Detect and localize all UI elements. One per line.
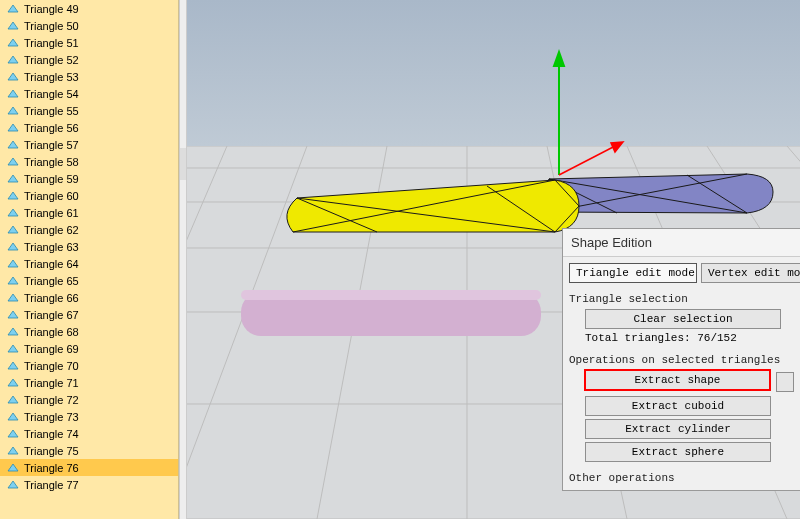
vertex-edit-mode-button[interactable]: Vertex edit mod bbox=[701, 263, 800, 283]
svg-marker-9 bbox=[8, 158, 18, 165]
tree-item-label: Triangle 67 bbox=[24, 309, 79, 321]
svg-marker-16 bbox=[8, 277, 18, 284]
svg-marker-8 bbox=[8, 141, 18, 148]
tree-item-label: Triangle 77 bbox=[24, 479, 79, 491]
splitter[interactable] bbox=[179, 0, 187, 519]
tree-item-triangle[interactable]: Triangle 49 bbox=[0, 0, 178, 17]
svg-marker-15 bbox=[8, 260, 18, 267]
triangle-icon bbox=[6, 36, 20, 50]
tree-item-triangle[interactable]: Triangle 67 bbox=[0, 306, 178, 323]
shape-edition-panel: Shape Edition Triangle edit mode Vertex … bbox=[562, 228, 800, 491]
tree-item-triangle[interactable]: Triangle 55 bbox=[0, 102, 178, 119]
triangle-icon bbox=[6, 461, 20, 475]
triangle-icon bbox=[6, 359, 20, 373]
tree-item-triangle[interactable]: Triangle 72 bbox=[0, 391, 178, 408]
svg-marker-1 bbox=[8, 22, 18, 29]
panel-title: Shape Edition bbox=[563, 229, 800, 257]
tree-item-triangle[interactable]: Triangle 62 bbox=[0, 221, 178, 238]
section-triangle-selection: Triangle selection bbox=[569, 293, 794, 305]
tree-item-triangle[interactable]: Triangle 63 bbox=[0, 238, 178, 255]
tree-item-triangle[interactable]: Triangle 65 bbox=[0, 272, 178, 289]
triangle-icon bbox=[6, 410, 20, 424]
tree-item-label: Triangle 56 bbox=[24, 122, 79, 134]
tree-item-triangle[interactable]: Triangle 60 bbox=[0, 187, 178, 204]
triangle-icon bbox=[6, 325, 20, 339]
tree-item-triangle[interactable]: Triangle 76 bbox=[0, 459, 178, 476]
splitter-grip[interactable] bbox=[180, 148, 186, 180]
svg-marker-18 bbox=[8, 311, 18, 318]
tree-item-triangle[interactable]: Triangle 52 bbox=[0, 51, 178, 68]
tree-item-triangle[interactable]: Triangle 59 bbox=[0, 170, 178, 187]
triangle-icon bbox=[6, 138, 20, 152]
tree-item-label: Triangle 68 bbox=[24, 326, 79, 338]
tree-item-label: Triangle 52 bbox=[24, 54, 79, 66]
tree-item-label: Triangle 55 bbox=[24, 105, 79, 117]
tree-item-label: Triangle 51 bbox=[24, 37, 79, 49]
tree-item-triangle[interactable]: Triangle 75 bbox=[0, 442, 178, 459]
triangle-icon bbox=[6, 19, 20, 33]
triangle-icon bbox=[6, 478, 20, 492]
clear-selection-button[interactable]: Clear selection bbox=[585, 309, 781, 329]
tree-item-triangle[interactable]: Triangle 71 bbox=[0, 374, 178, 391]
triangle-icon bbox=[6, 172, 20, 186]
tree-item-label: Triangle 71 bbox=[24, 377, 79, 389]
tree-item-label: Triangle 74 bbox=[24, 428, 79, 440]
tree-item-triangle[interactable]: Triangle 66 bbox=[0, 289, 178, 306]
tree-item-triangle[interactable]: Triangle 73 bbox=[0, 408, 178, 425]
tree-item-triangle[interactable]: Triangle 57 bbox=[0, 136, 178, 153]
svg-marker-17 bbox=[8, 294, 18, 301]
tree-item-triangle[interactable]: Triangle 61 bbox=[0, 204, 178, 221]
tree-item-label: Triangle 75 bbox=[24, 445, 79, 457]
svg-marker-19 bbox=[8, 328, 18, 335]
svg-marker-24 bbox=[8, 413, 18, 420]
extract-shape-aux-button[interactable] bbox=[776, 372, 794, 392]
tree-item-triangle[interactable]: Triangle 54 bbox=[0, 85, 178, 102]
tree-item-triangle[interactable]: Triangle 69 bbox=[0, 340, 178, 357]
tree-item-triangle[interactable]: Triangle 77 bbox=[0, 476, 178, 493]
tree-item-triangle[interactable]: Triangle 58 bbox=[0, 153, 178, 170]
triangle-icon bbox=[6, 376, 20, 390]
tree-item-triangle[interactable]: Triangle 51 bbox=[0, 34, 178, 51]
total-triangles-text: Total triangles: 76/152 bbox=[585, 332, 794, 344]
tree-item-label: Triangle 61 bbox=[24, 207, 79, 219]
triangle-icon bbox=[6, 444, 20, 458]
triangle-icon bbox=[6, 155, 20, 169]
svg-marker-11 bbox=[8, 192, 18, 199]
extract-sphere-button[interactable]: Extract sphere bbox=[585, 442, 771, 462]
tree-item-label: Triangle 59 bbox=[24, 173, 79, 185]
extract-cuboid-button[interactable]: Extract cuboid bbox=[585, 396, 771, 416]
triangle-icon bbox=[6, 121, 20, 135]
svg-marker-7 bbox=[8, 124, 18, 131]
triangle-icon bbox=[6, 87, 20, 101]
extract-shape-button[interactable]: Extract shape bbox=[585, 370, 770, 390]
tree-item-triangle[interactable]: Triangle 64 bbox=[0, 255, 178, 272]
triangle-icon bbox=[6, 257, 20, 271]
tree-item-triangle[interactable]: Triangle 50 bbox=[0, 17, 178, 34]
svg-marker-28 bbox=[8, 481, 18, 488]
tree-item-triangle[interactable]: Triangle 74 bbox=[0, 425, 178, 442]
tree-item-label: Triangle 50 bbox=[24, 20, 79, 32]
triangle-icon bbox=[6, 2, 20, 16]
svg-marker-21 bbox=[8, 362, 18, 369]
tree-item-triangle[interactable]: Triangle 68 bbox=[0, 323, 178, 340]
viewport-3d[interactable]: Shape Edition Triangle edit mode Vertex … bbox=[187, 0, 800, 519]
tree-item-triangle[interactable]: Triangle 56 bbox=[0, 119, 178, 136]
tree-item-triangle[interactable]: Triangle 53 bbox=[0, 68, 178, 85]
triangle-edit-mode-button[interactable]: Triangle edit mode bbox=[569, 263, 697, 283]
tree-item-label: Triangle 70 bbox=[24, 360, 79, 372]
svg-marker-13 bbox=[8, 226, 18, 233]
tree-item-label: Triangle 73 bbox=[24, 411, 79, 423]
tree-item-label: Triangle 57 bbox=[24, 139, 79, 151]
triangle-icon bbox=[6, 393, 20, 407]
tree-item-triangle[interactable]: Triangle 70 bbox=[0, 357, 178, 374]
tree-item-label: Triangle 53 bbox=[24, 71, 79, 83]
svg-marker-0 bbox=[8, 5, 18, 12]
svg-marker-10 bbox=[8, 175, 18, 182]
triangle-icon bbox=[6, 427, 20, 441]
triangle-icon bbox=[6, 240, 20, 254]
tree-item-label: Triangle 72 bbox=[24, 394, 79, 406]
extract-cylinder-button[interactable]: Extract cylinder bbox=[585, 419, 771, 439]
tree-item-label: Triangle 58 bbox=[24, 156, 79, 168]
svg-marker-5 bbox=[8, 90, 18, 97]
triangle-icon bbox=[6, 189, 20, 203]
